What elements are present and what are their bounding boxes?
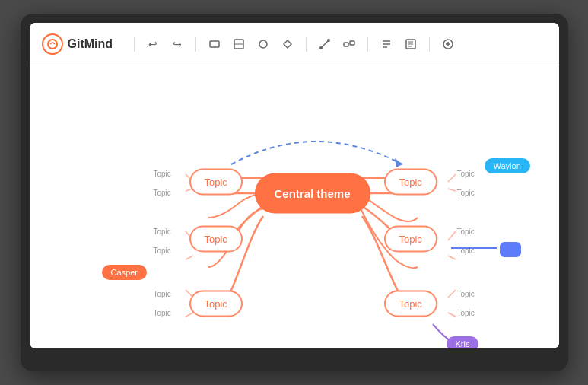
svg-point-7 xyxy=(327,39,330,42)
small-label-lm1: Topic xyxy=(154,228,171,236)
tool-7[interactable] xyxy=(377,35,396,53)
svg-line-19 xyxy=(448,174,456,182)
topic-node-right-mid[interactable]: Topic xyxy=(384,226,437,253)
svg-rect-8 xyxy=(344,43,348,46)
svg-line-23 xyxy=(448,290,456,298)
svg-rect-9 xyxy=(350,41,354,45)
logo-text: GitMind xyxy=(68,37,113,51)
toolbar-divider-1 xyxy=(134,37,135,52)
small-label-rb2: Topic xyxy=(457,309,475,317)
svg-line-20 xyxy=(448,189,456,191)
topic-node-left-mid[interactable]: Topic xyxy=(189,226,243,253)
casper-badge[interactable]: Casper xyxy=(102,265,147,280)
svg-line-5 xyxy=(321,40,329,48)
svg-point-0 xyxy=(48,40,57,49)
kris-badge[interactable]: Kris xyxy=(447,336,479,348)
tool-9[interactable] xyxy=(439,35,457,53)
topic-node-left-bot[interactable]: Topic xyxy=(189,291,243,317)
undo-button[interactable]: ↩ xyxy=(144,35,162,53)
canvas-area: Central theme Topic Topic Topic Topic To… xyxy=(30,65,559,348)
toolbar-divider-2 xyxy=(195,37,196,52)
toolbar-divider-5 xyxy=(429,37,430,52)
small-label-rm2: Topic xyxy=(457,247,475,255)
svg-line-22 xyxy=(448,256,456,259)
small-label-lb1: Topic xyxy=(154,290,171,298)
small-label-lb2: Topic xyxy=(154,309,171,317)
svg-rect-1 xyxy=(210,41,219,47)
svg-line-16 xyxy=(186,256,193,259)
svg-marker-12 xyxy=(395,158,402,167)
redo-button[interactable]: ↪ xyxy=(168,35,186,53)
small-label-rt2: Topic xyxy=(457,189,475,197)
tool-5[interactable] xyxy=(316,35,334,53)
toolbar-divider-3 xyxy=(306,37,307,52)
topic-node-left-top[interactable]: Topic xyxy=(189,169,243,196)
central-theme-node[interactable]: Central theme xyxy=(254,173,370,214)
small-label-lt1: Topic xyxy=(154,170,171,178)
toolbar-divider-4 xyxy=(367,37,368,52)
blue-rect[interactable] xyxy=(500,242,521,257)
small-label-lt2: Topic xyxy=(154,189,171,197)
tool-2[interactable] xyxy=(230,35,248,53)
small-label-rt1: Topic xyxy=(457,170,475,178)
small-label-rm1: Topic xyxy=(457,228,475,236)
laptop-screen: GitMind ↩ ↪ xyxy=(30,23,559,348)
tool-3[interactable] xyxy=(254,35,272,53)
tool-1[interactable] xyxy=(205,35,224,53)
svg-point-4 xyxy=(259,40,267,48)
tool-6[interactable] xyxy=(340,35,358,53)
svg-line-21 xyxy=(448,231,456,240)
logo-area: GitMind xyxy=(42,33,113,55)
svg-line-18 xyxy=(186,313,193,317)
waylon-badge[interactable]: Waylon xyxy=(485,158,530,173)
tool-4[interactable] xyxy=(278,35,297,53)
tool-8[interactable] xyxy=(402,35,420,53)
toolbar: GitMind ↩ ↪ xyxy=(30,23,559,65)
svg-point-6 xyxy=(319,46,323,49)
logo-icon xyxy=(42,33,63,55)
topic-node-right-bot[interactable]: Topic xyxy=(384,291,437,317)
svg-line-24 xyxy=(448,313,456,317)
topic-node-right-top[interactable]: Topic xyxy=(384,169,437,196)
small-label-rb1: Topic xyxy=(457,290,475,298)
laptop-outer: GitMind ↩ ↪ xyxy=(21,14,568,371)
small-label-lm2: Topic xyxy=(154,247,171,255)
